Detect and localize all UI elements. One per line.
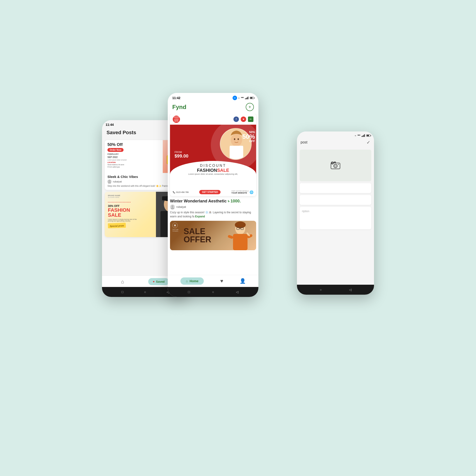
svg-point-32 (338, 164, 339, 165)
saved-nav-btn[interactable]: ♥ Saved (148, 278, 169, 285)
expand-link[interactable]: Expand (195, 215, 205, 218)
battery-icon (250, 97, 254, 99)
phones-container: 11:44 M Ju Saved Posts 50% Off Order Now (102, 79, 374, 397)
svg-point-21 (235, 221, 246, 228)
special-prom-text: Special prom (110, 224, 124, 227)
profile-nav-icon[interactable]: 👤 (239, 278, 246, 284)
sale-offer-person (227, 221, 254, 250)
home-nav-icon[interactable]: ⌂ (121, 279, 124, 285)
saved-nav-label: Saved (156, 280, 165, 283)
svg-point-13 (231, 134, 242, 146)
android-circle-right[interactable]: ○ (319, 288, 323, 292)
co-logo-text: Your Logo Company (172, 229, 178, 232)
android-circle-center[interactable]: ○ (211, 290, 215, 294)
lorem-30: Lorem Ipsum is simply dummy text of the … (108, 219, 137, 222)
right-header: post ✓ (297, 138, 374, 148)
plus-button[interactable]: + (246, 103, 254, 111)
android-back-right[interactable]: ◁ (348, 288, 353, 292)
discount-title-area: DISCOUNT FASHIONSALE Lorem ipsum dolor s… (170, 161, 256, 175)
svg-rect-16 (230, 146, 243, 160)
svg-point-14 (234, 138, 235, 140)
right-title: post (301, 140, 307, 144)
center-4g: ᴴ⁴ᴳ (241, 97, 244, 99)
author-avatar-1 (107, 180, 112, 184)
android-nav-right: ○ ◁ (297, 285, 374, 295)
get-started-button[interactable]: GET STARTED (199, 190, 221, 194)
website-name: YOUR WEBSITE (231, 192, 249, 194)
winter-avatar (170, 204, 175, 209)
sale-banner: 50% 50% OFF FROM $99.00 DISCOUNT (170, 125, 256, 188)
svg-point-18 (171, 207, 174, 209)
input-field-2[interactable] (300, 195, 371, 205)
contact-info: 📞 0123 456 789 (173, 191, 188, 193)
order-btn[interactable]: Order Now (107, 148, 123, 152)
co-logo: Your Logo Company (172, 222, 178, 232)
right-battery (366, 135, 370, 137)
fynd-logo: Fynd (172, 103, 186, 111)
android-square-center[interactable]: □ (187, 290, 191, 294)
offer-text: OFFER (184, 236, 211, 244)
post-actions: f ♥ ✏ (234, 117, 254, 122)
left-time: 11:44 (106, 123, 114, 126)
svg-rect-25 (228, 235, 234, 239)
fashion-sale-post: FASHIONLOGOHERE f ♥ ✏ (170, 114, 256, 196)
brand-info: FASHIONLOGOHERE (173, 116, 180, 123)
center-bottom-nav: ⌂ Home ♥ 👤 (168, 275, 258, 287)
svg-point-29 (334, 164, 337, 168)
home-pill-icon: ⌂ (186, 279, 188, 283)
camera-svg (330, 161, 340, 169)
description-field[interactable]: ription (300, 207, 371, 229)
model-container: 50% 50% OFF (220, 128, 252, 160)
android-back-center[interactable]: ◁ (235, 290, 239, 294)
center-status-icons: M ≈ ᴴ⁴ᴳ (233, 96, 254, 100)
svg-point-30 (335, 165, 336, 167)
android-circle-left[interactable]: ○ (143, 290, 147, 294)
phone-icon: 📞 (173, 191, 175, 193)
banner-left: 50% Off Order Now FEBRUARY SEP 2022 Lore… (105, 140, 163, 173)
favorites-nav-icon[interactable]: ♥ (220, 278, 223, 284)
phone-right: ≈ ᴴ⁴ᴳ post ✓ (297, 132, 374, 295)
photo-area[interactable] (300, 150, 371, 181)
winter-excerpt: Cozy up in style this season! ❄️☕ Layeri… (170, 210, 256, 219)
signal-bars (245, 97, 248, 99)
home-nav-btn[interactable]: ⌂ Home (180, 277, 204, 285)
logo-circle (172, 222, 178, 228)
brand-logo: FASHIONLOGOHERE (173, 116, 180, 123)
visit-label: VISIT US FOR DETAILS (231, 190, 249, 192)
winter-author: rubaiyat (170, 204, 256, 209)
sale-part: SALE (217, 168, 229, 173)
android-square-left[interactable]: □ (120, 290, 125, 294)
center-time: 11:42 (172, 96, 180, 100)
input-field-1[interactable] (300, 183, 371, 193)
description-placeholder: ription (302, 210, 309, 213)
right-signal: ≈ (355, 135, 356, 137)
off-badge: 50% Off (107, 142, 160, 147)
website-info: VISIT US FOR DETAILS YOUR WEBSITE 🌐 (231, 190, 254, 194)
globe-icon: 🌐 (250, 190, 254, 194)
banner-arch: DISCOUNT FASHIONSALE Lorem ipsum dolor s… (170, 161, 256, 188)
price-badge: ৳ 1000. (228, 199, 241, 203)
home-nav-label: Home (190, 279, 199, 283)
check-icon[interactable]: ✓ (367, 140, 370, 145)
special-prom-badge: Special prom (108, 223, 126, 228)
fashion-sale-text: FASHIONSALE (170, 168, 256, 173)
post-header: FASHIONLOGOHERE f ♥ ✏ (170, 114, 256, 125)
center-header: Fynd + (168, 102, 258, 114)
sale-offer-text-block: SALE OFFER (184, 227, 211, 244)
android-nav-center: □ ○ ◁ (168, 287, 258, 297)
edit-icon[interactable]: ✏ (248, 117, 254, 122)
svg-point-17 (171, 205, 174, 207)
winter-post: Winter Wonderland Aesthetic ৳ 1000. ruba… (170, 199, 256, 219)
sale-offer-card: Your Logo Company SALE OFFER (170, 221, 256, 250)
discount-text: DISCOUNT (170, 164, 256, 168)
svg-point-5 (108, 182, 111, 184)
banner-footer: 📞 0123 456 789 GET STARTED VISIT US FOR … (170, 188, 256, 196)
svg-point-4 (109, 180, 110, 182)
sale-person-svg (227, 221, 254, 250)
brand-logo-text: FASHIONLOGOHERE (173, 116, 180, 122)
facebook-icon[interactable]: f (234, 117, 239, 122)
phone-number: 0123 456 789 (176, 191, 188, 193)
right-4g: ᴴ⁴ᴳ (357, 135, 360, 137)
heart-action-icon[interactable]: ♥ (241, 117, 246, 122)
off-50-badge: 50% 50% OFF (242, 130, 255, 143)
